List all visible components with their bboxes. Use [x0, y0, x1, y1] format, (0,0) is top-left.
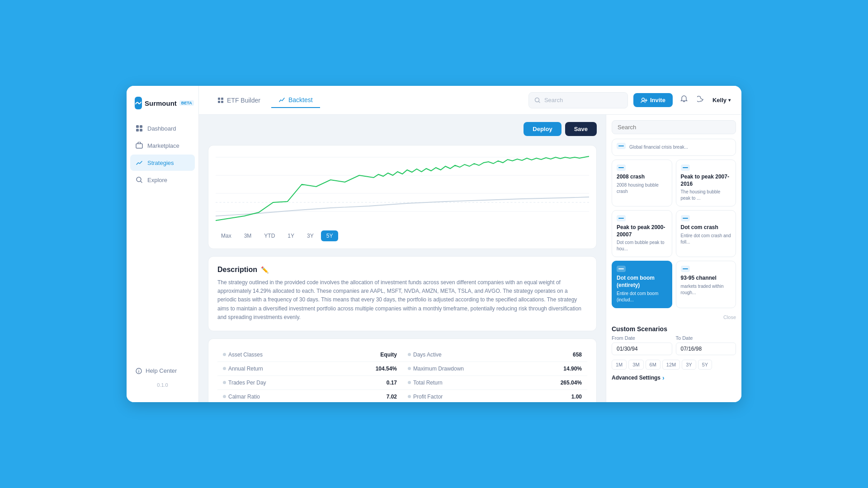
invite-icon	[641, 98, 647, 103]
date-inputs: From Date To Date	[612, 335, 736, 355]
time-max[interactable]: Max	[216, 230, 237, 241]
tab-backtest[interactable]: Backtest	[271, 93, 320, 108]
stat-value: 104.54%	[376, 366, 397, 372]
scenario-93-95-desc: markets traded within rough...	[681, 283, 731, 296]
stats-left: Asset Classes Equity Annual Return 104.5…	[217, 348, 402, 402]
scenario-card-2008-crash[interactable]: 2008 crash 2008 housing bubble crash	[612, 160, 672, 206]
sidebar-item-dashboard[interactable]: Dashboard	[130, 120, 195, 136]
scenario-peak-2000-title: Peak to peak 2000-20007	[617, 224, 667, 238]
close-button[interactable]: Close	[723, 314, 736, 320]
stat-dot	[223, 381, 226, 384]
svg-rect-1	[140, 125, 142, 128]
range-5y[interactable]: 5Y	[698, 360, 712, 370]
search-bar[interactable]: Search	[528, 92, 628, 108]
stat-total-return: Total Return 265.04%	[402, 376, 587, 390]
strategies-icon	[136, 159, 143, 166]
tab-etf-builder[interactable]: ETF Builder	[210, 93, 268, 108]
stat-dot	[223, 395, 226, 398]
time-3y[interactable]: 3Y	[302, 230, 319, 241]
stats-card: Asset Classes Equity Annual Return 104.5…	[208, 338, 597, 402]
scenario-card-peak-2007[interactable]: Peak to peak 2007-2016 The housing bubbl…	[676, 160, 736, 206]
search-placeholder: Search	[544, 97, 563, 103]
notification-button[interactable]	[678, 93, 690, 107]
chart-svg	[216, 153, 589, 225]
scenario-card-peak-2000[interactable]: Peak to peak 2000-20007 Dot com bubble p…	[612, 210, 672, 257]
etf-builder-icon	[217, 97, 224, 104]
scenario-peak-2007-desc: The housing bubble peak to ...	[681, 189, 731, 202]
tab-etf-builder-label: ETF Builder	[227, 97, 260, 104]
moon-icon	[697, 95, 705, 103]
scenario-dot-com-crash-title: Dot com crash	[681, 224, 731, 231]
svg-rect-3	[140, 129, 142, 131]
time-ytd[interactable]: YTD	[259, 230, 280, 241]
main: ETF Builder Backtest Search Invite	[199, 86, 741, 402]
range-1m[interactable]: 1M	[612, 360, 627, 370]
sidebar-help[interactable]: i Help Center	[130, 363, 195, 379]
time-1y[interactable]: 1Y	[282, 230, 300, 241]
scenario-card-dot-com-crash[interactable]: Dot com crash Entire dot com crash and f…	[676, 210, 736, 257]
help-label: Help Center	[146, 367, 177, 374]
scenario-peak-2007-title: Peak to peak 2007-2016	[681, 174, 731, 188]
stat-value: Equity	[380, 352, 397, 358]
stat-dot	[223, 353, 226, 356]
stat-asset-classes: Asset Classes Equity	[217, 348, 402, 362]
stat-profit-factor: Profit Factor 1.00	[402, 390, 587, 402]
scenario-icon	[617, 143, 626, 149]
to-date-input[interactable]	[676, 343, 736, 355]
stat-dot	[408, 367, 411, 370]
advanced-settings-label: Advanced Settings	[612, 375, 660, 381]
deploy-button[interactable]: Deploy	[524, 122, 561, 136]
chart-area	[216, 153, 589, 225]
scenario-icon	[617, 266, 626, 272]
search-icon	[534, 97, 541, 103]
tab-backtest-label: Backtest	[288, 96, 313, 103]
svg-rect-4	[136, 144, 142, 148]
sidebar-item-strategies[interactable]: Strategies	[130, 155, 195, 171]
chart-card: Max 3M YTD 1Y 3Y 5Y	[208, 145, 597, 249]
range-3m[interactable]: 3M	[628, 360, 643, 370]
time-5y[interactable]: 5Y	[321, 230, 339, 241]
stat-value: 14.90%	[563, 366, 582, 372]
svg-text:i: i	[138, 369, 140, 374]
action-buttons: Deploy Save	[208, 122, 597, 136]
logo-badge: BETA	[179, 100, 194, 106]
logo-icon	[135, 97, 142, 109]
logo-text: Surmount	[145, 99, 177, 107]
custom-scenarios: Custom Scenarios From Date To Date 1M	[612, 325, 736, 381]
theme-button[interactable]	[695, 93, 707, 107]
scenario-card-dot-com-boom[interactable]: Dot com boom (entirety) Entire dot com b…	[612, 261, 672, 308]
chevron-down-icon: ▾	[728, 98, 731, 103]
from-date-input[interactable]	[612, 343, 672, 355]
dashboard-icon	[136, 125, 143, 132]
scenario-dot-com-crash-desc: Entire dot com crash and foll...	[681, 233, 731, 245]
sidebar-item-marketplace[interactable]: Marketplace	[130, 137, 195, 154]
scenario-card-93-95[interactable]: 93-95 channel markets traded within roug…	[676, 261, 736, 308]
scenario-card-global-financial[interactable]: Global financial crisis break...	[612, 139, 736, 156]
user-menu-button[interactable]: Kelly ▾	[712, 97, 731, 103]
time-3m[interactable]: 3M	[239, 230, 257, 241]
edit-icon[interactable]: ✏️	[261, 266, 269, 273]
svg-rect-10	[218, 101, 220, 103]
advanced-settings[interactable]: Advanced Settings ›	[612, 374, 736, 381]
sidebar-item-explore[interactable]: Explore	[130, 172, 195, 188]
range-12m[interactable]: 12M	[662, 360, 680, 370]
sidebar-item-strategies-label: Strategies	[147, 160, 174, 166]
backtest-icon	[278, 96, 286, 103]
stat-annual-return: Annual Return 104.54%	[217, 362, 402, 376]
to-date-label: To Date	[676, 335, 736, 341]
svg-rect-11	[221, 101, 223, 103]
scenario-search-input[interactable]	[612, 120, 736, 134]
logo: Surmount BETA	[127, 97, 198, 120]
invite-button[interactable]: Invite	[633, 93, 673, 107]
range-6m[interactable]: 6M	[646, 360, 660, 370]
version-label: 0.1.0	[130, 379, 195, 391]
scenario-grid: Global financial crisis break... 2008 cr…	[612, 139, 736, 308]
scenario-icon	[681, 266, 690, 272]
stat-value: 0.17	[387, 380, 397, 386]
save-button[interactable]: Save	[565, 122, 597, 136]
user-name: Kelly	[712, 97, 726, 103]
marketplace-icon	[136, 142, 143, 149]
range-3y[interactable]: 3Y	[682, 360, 696, 370]
stat-dot	[408, 395, 411, 398]
stats-right: Days Active 658 Maximum Drawdown 14.90% …	[402, 348, 587, 402]
